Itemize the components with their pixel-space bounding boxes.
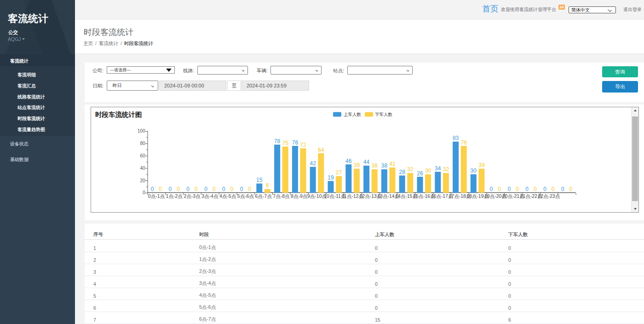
svg-text:3点-4点: 3点-4点 xyxy=(201,193,218,199)
svg-text:100: 100 xyxy=(138,128,145,133)
svg-text:19: 19 xyxy=(328,174,334,181)
svg-text:0: 0 xyxy=(516,186,519,192)
svg-text:0: 0 xyxy=(169,186,172,192)
svg-text:76: 76 xyxy=(292,139,299,146)
svg-text:8点-9点: 8点-9点 xyxy=(291,193,308,199)
svg-text:下车人数: 下车人数 xyxy=(375,112,393,117)
svg-text:0: 0 xyxy=(230,186,234,192)
svg-text:32: 32 xyxy=(443,166,449,173)
svg-text:76: 76 xyxy=(461,139,467,146)
svg-text:39: 39 xyxy=(354,162,360,168)
svg-text:40: 40 xyxy=(140,166,145,171)
svg-text:6点-7点: 6点-7点 xyxy=(255,193,272,199)
svg-text:0: 0 xyxy=(508,186,511,192)
svg-text:0: 0 xyxy=(525,186,529,192)
svg-text:28: 28 xyxy=(399,169,406,175)
svg-text:0: 0 xyxy=(143,190,145,195)
svg-text:22点-23点: 22点-23点 xyxy=(538,193,560,199)
svg-text:0: 0 xyxy=(240,186,243,192)
svg-text:0: 0 xyxy=(552,186,555,192)
svg-text:15: 15 xyxy=(256,177,263,183)
svg-text:30: 30 xyxy=(471,168,477,174)
svg-text:0: 0 xyxy=(204,186,207,192)
svg-text:39: 39 xyxy=(478,162,485,168)
svg-text:7点-8点: 7点-8点 xyxy=(273,193,290,199)
svg-text:64: 64 xyxy=(318,147,324,153)
svg-text:6: 6 xyxy=(266,182,269,189)
svg-text:44: 44 xyxy=(363,159,370,165)
svg-text:0: 0 xyxy=(248,186,251,192)
svg-text:34: 34 xyxy=(435,165,441,172)
svg-text:60: 60 xyxy=(140,153,145,158)
svg-text:2点-3点: 2点-3点 xyxy=(184,193,201,199)
svg-text:27: 27 xyxy=(336,169,342,176)
svg-text:78: 78 xyxy=(274,138,281,145)
svg-text:32: 32 xyxy=(407,166,414,173)
svg-text:83: 83 xyxy=(453,135,459,141)
svg-text:0: 0 xyxy=(213,186,216,192)
svg-text:0: 0 xyxy=(534,186,537,192)
svg-text:38: 38 xyxy=(381,162,388,169)
svg-text:4点-5点: 4点-5点 xyxy=(219,193,236,199)
svg-text:1点-2点: 1点-2点 xyxy=(166,193,183,199)
svg-text:41: 41 xyxy=(389,161,396,167)
svg-text:0: 0 xyxy=(490,186,493,192)
svg-text:0: 0 xyxy=(186,186,190,192)
svg-text:72: 72 xyxy=(300,142,306,148)
svg-text:38: 38 xyxy=(372,162,378,169)
svg-text:0: 0 xyxy=(569,186,573,192)
svg-text:时段车流统计图: 时段车流统计图 xyxy=(95,111,142,118)
svg-text:46: 46 xyxy=(345,158,352,164)
svg-text:5点-6点: 5点-6点 xyxy=(237,193,254,199)
svg-text:0: 0 xyxy=(498,186,501,192)
svg-text:75: 75 xyxy=(282,140,289,146)
svg-text:0: 0 xyxy=(543,186,546,192)
svg-text:20: 20 xyxy=(140,178,145,183)
svg-text:0: 0 xyxy=(561,186,564,192)
svg-text:30: 30 xyxy=(425,168,431,174)
svg-text:80: 80 xyxy=(140,141,145,146)
svg-text:0点-1点: 0点-1点 xyxy=(148,193,165,199)
svg-text:0: 0 xyxy=(159,186,162,192)
svg-text:0: 0 xyxy=(151,186,154,192)
svg-text:0: 0 xyxy=(177,186,180,192)
svg-text:上车人数: 上车人数 xyxy=(344,112,362,117)
svg-text:0: 0 xyxy=(222,186,225,192)
svg-text:0: 0 xyxy=(195,186,198,192)
svg-text:26: 26 xyxy=(417,170,423,177)
svg-text:42: 42 xyxy=(310,160,316,167)
